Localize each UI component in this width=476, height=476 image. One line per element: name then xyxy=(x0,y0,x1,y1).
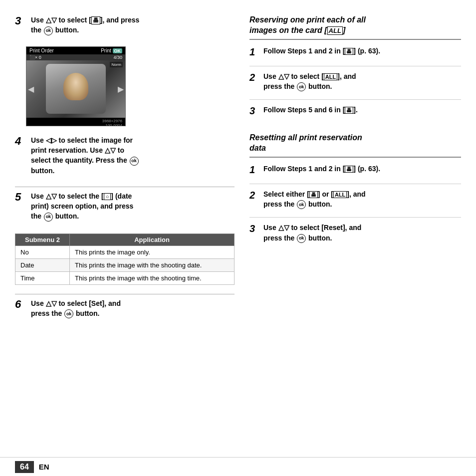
table-cell-application: This prints the image only. xyxy=(70,245,235,258)
step-4: 4 Use ◁▷ to select the image for print r… xyxy=(15,135,235,176)
camera-footer: 3968×2976 100-0004 '13/02/26 12:30 xyxy=(26,118,125,126)
table-col2-header: Application xyxy=(70,234,235,245)
right-step-1: 1 Follow Steps 1 and 2 in [🖶] (p. 63). xyxy=(249,46,461,58)
right-divider-1-2 xyxy=(249,66,461,66)
step-6: 6 Use △▽ to select [Set], and press the … xyxy=(15,298,235,319)
right-s2-step-2-text: Select either [🖶] or [ALL], and press th… xyxy=(263,189,366,210)
nav-left-icon: ◀ xyxy=(28,84,34,94)
content-area: 3 Use △▽ to select [🖶], and press the ok… xyxy=(0,0,476,457)
right-s2-step-1-content: Follow Steps 1 and 2 in [🖶] (p. 63). xyxy=(263,164,380,174)
print-icon-r3: 🖶 xyxy=(345,107,353,114)
ok-button-icon-r2: ok xyxy=(297,82,306,91)
table-cell-submenu: Date xyxy=(15,258,70,271)
right-step-3-number: 3 xyxy=(249,105,258,117)
section2-title: Resetting all print reservationdata xyxy=(249,133,461,154)
right-s2-step-1-text: Follow Steps 1 and 2 in [🖶] (p. 63). xyxy=(263,164,380,174)
camera-image-area: ◀ ▶ Norm xyxy=(26,60,125,118)
right-s2-step-2: 2 Select either [🖶] or [ALL], and press … xyxy=(249,189,461,210)
left-column: 3 Use △▽ to select [🖶], and press the ok… xyxy=(15,15,235,442)
step-5-content: Use △▽ to select the [○] (date print) sc… xyxy=(31,191,235,222)
right-step-1-text: Follow Steps 1 and 2 in [🖶] (p. 63). xyxy=(263,46,380,56)
table-row: DateThis prints the image with the shoot… xyxy=(15,258,235,271)
step-3-number: 3 xyxy=(15,15,26,27)
ok-button-icon-5: ok xyxy=(44,213,53,222)
submenu-table: Submenu 2 Application NoThis prints the … xyxy=(15,234,235,285)
nav-right-icon: ▶ xyxy=(118,84,124,94)
print-order-label: Print Order xyxy=(29,48,54,53)
right-step-2-text: Use △▽ to select [ALL], and press the ok… xyxy=(263,71,356,92)
triangle-down-icon: ▽ xyxy=(51,16,57,24)
page-lang: EN xyxy=(39,463,49,471)
right-step-1-content: Follow Steps 1 and 2 in [🖶] (p. 63). xyxy=(263,46,380,56)
table-cell-application: This prints the image with the shooting … xyxy=(70,258,235,271)
right-s2-step-3-content: Use △▽ to select [Reset], and press the … xyxy=(263,223,361,243)
all-icon-s2r2: ALL xyxy=(333,191,347,198)
ok-button-icon: ok xyxy=(44,26,53,35)
step-6-text: Use △▽ to select [Set], and press the ok… xyxy=(31,298,235,319)
camera-screen: Print Order Print OK ⬛× 0 4/30 ◀ ▶ xyxy=(26,46,126,126)
print-icon-s2r2a: 🖶 xyxy=(309,191,318,198)
s2-right-divider-2-3 xyxy=(249,217,461,218)
step-3-text: Use △▽ to select [🖶], and press the ok b… xyxy=(31,15,235,35)
triangle-updown-icons: △▽ xyxy=(105,146,116,154)
page-number: 64 xyxy=(15,461,34,473)
section2-divider xyxy=(249,157,461,158)
step-5-text: Use △▽ to select the [○] (date print) sc… xyxy=(31,191,235,222)
s2-right-divider-1-2 xyxy=(249,184,461,184)
bottom-bar: 64 EN xyxy=(0,457,476,476)
all-icon-title: ALL xyxy=(327,26,343,35)
triangle-up-icon: △ xyxy=(46,16,51,24)
ok-button-icon-s2r3: ok xyxy=(297,234,306,243)
divider-4-5 xyxy=(15,187,235,187)
table-cell-submenu: Time xyxy=(15,271,70,284)
right-column: Reserving one print each of all images o… xyxy=(249,15,461,442)
icon-qty: ⬛× 0 xyxy=(29,55,41,60)
camera-sub-header: ⬛× 0 4/30 xyxy=(26,54,125,60)
step-4-number: 4 xyxy=(15,135,26,147)
right-step-2: 2 Use △▽ to select [ALL], and press the … xyxy=(249,71,461,92)
count-label: 4/30 xyxy=(113,55,122,60)
all-icon-r2: ALL xyxy=(324,73,337,80)
step-4-content: Use ◁▷ to select the image for print res… xyxy=(31,135,235,176)
right-s2-step-3: 3 Use △▽ to select [Reset], and press th… xyxy=(249,223,461,243)
step-4-text: Use ◁▷ to select the image for print res… xyxy=(31,135,235,176)
ok-button-icon-s2r2: ok xyxy=(297,200,306,209)
right-step-2-number: 2 xyxy=(249,71,258,83)
folder-label: 100-0004 xyxy=(105,123,122,126)
right-step-3-text: Follow Steps 5 and 6 in [🖶]. xyxy=(263,105,358,115)
table-row: TimeThis prints the image with the shoot… xyxy=(15,271,235,284)
right-step-1-number: 1 xyxy=(249,46,258,58)
page: 3 Use △▽ to select [🖶], and press the ok… xyxy=(0,0,476,476)
table-row: NoThis prints the image only. xyxy=(15,245,235,258)
print-icon-s2r1: 🖶 xyxy=(345,166,353,173)
right-step-3-content: Follow Steps 5 and 6 in [🖶]. xyxy=(263,105,358,115)
step-6-number: 6 xyxy=(15,298,26,310)
print-ok-label: Print OK xyxy=(101,48,122,53)
camera-header: Print Order Print OK xyxy=(26,47,125,54)
section1-divider xyxy=(249,39,461,40)
right-s2-step-3-number: 3 xyxy=(249,223,258,235)
table-col1-header: Submenu 2 xyxy=(15,234,70,245)
ok-badge: OK xyxy=(113,48,123,53)
step-6-content: Use △▽ to select [Set], and press the ok… xyxy=(31,298,235,319)
section1-title: Reserving one print each of all images o… xyxy=(249,15,461,36)
norm-label: Norm xyxy=(111,62,121,67)
right-s2-step-1-number: 1 xyxy=(249,164,258,176)
right-step-2-content: Use △▽ to select [ALL], and press the ok… xyxy=(263,71,356,92)
divider-5-6 xyxy=(15,294,235,294)
table-cell-application: This prints the image with the shooting … xyxy=(70,271,235,284)
right-s2-step-1: 1 Follow Steps 1 and 2 in [🖶] (p. 63). xyxy=(249,164,461,176)
camera-overlay-info: Norm xyxy=(110,62,123,67)
right-s2-step-3-text: Use △▽ to select [Reset], and press the … xyxy=(263,223,361,243)
step-3-content: Use △▽ to select [🖶], and press the ok b… xyxy=(31,15,235,35)
camera-person-image xyxy=(46,64,106,114)
ok-button-icon-6: ok xyxy=(64,309,73,318)
table-cell-submenu: No xyxy=(15,245,70,258)
right-step-3: 3 Follow Steps 5 and 6 in [🖶]. xyxy=(249,105,461,117)
print-icon-r1: 🖶 xyxy=(345,48,353,55)
step-5-number: 5 xyxy=(15,191,26,203)
step-5: 5 Use △▽ to select the [○] (date print) … xyxy=(15,191,235,222)
calendar-icon: ○ xyxy=(104,193,111,200)
step-3: 3 Use △▽ to select [🖶], and press the ok… xyxy=(15,15,235,35)
print-icon: 🖶 xyxy=(91,16,100,24)
